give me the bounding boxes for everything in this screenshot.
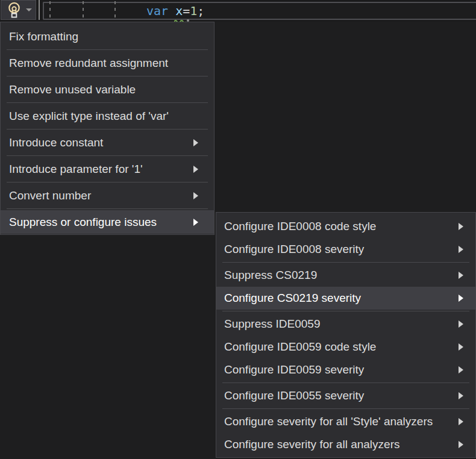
menu-separator [222, 262, 469, 263]
submenu-arrow-icon [193, 192, 198, 199]
lightbulb-icon [7, 2, 22, 18]
current-line-highlight: varx=1; [43, 2, 476, 20]
menu-item-label: Suppress or configure issues [9, 216, 189, 229]
submenu-arrow-icon [193, 139, 198, 146]
code-semicolon: ; [197, 4, 204, 18]
menu-item-label: Configure severity for all analyzers [224, 438, 454, 451]
menu-item-configure-cs0219-severity[interactable]: Configure CS0219 severity [216, 287, 475, 310]
code-number: 1 [190, 4, 197, 18]
submenu-arrow-icon [459, 223, 463, 230]
menu-item-label: Configure CS0219 severity [224, 292, 454, 305]
menu-item-label: Configure IDE0008 code style [224, 220, 454, 233]
menu-separator [222, 408, 469, 409]
submenu-arrow-icon [459, 246, 463, 253]
submenu-arrow-icon [459, 441, 463, 448]
menu-item-label: Configure severity for all 'Style' analy… [224, 415, 454, 428]
menu-item-introduce-parameter-for-1[interactable]: Introduce parameter for '1' [1, 157, 214, 181]
menu-item-label: Configure IDE0059 code style [224, 340, 454, 354]
quick-actions-button[interactable] [1, 0, 36, 20]
menu-item-use-explicit-type-instead-of-var[interactable]: Use explicit type instead of 'var' [1, 104, 214, 128]
submenu-arrow-icon [459, 272, 463, 279]
menu-separator [7, 129, 208, 130]
chevron-down-icon[interactable] [26, 8, 32, 11]
menu-item-configure-severity-for-all-analyzers[interactable]: Configure severity for all analyzers [216, 433, 475, 456]
menu-item-suppress-ide0059[interactable]: Suppress IDE0059 [216, 313, 475, 336]
menu-separator [222, 382, 469, 383]
menu-item-label: Remove redundant assignment [9, 57, 198, 70]
menu-item-configure-ide0055-severity[interactable]: Configure IDE0055 severity [216, 384, 475, 407]
indent-guide-icon [83, 1, 84, 21]
menu-separator [7, 182, 208, 183]
suppress-configure-submenu: Configure IDE0008 code style Configure I… [216, 212, 476, 458]
code-keyword: var [146, 4, 168, 18]
menu-item-fix-formatting[interactable]: Fix formatting [1, 25, 214, 48]
menu-item-label: Introduce constant [9, 136, 189, 149]
menu-item-suppress-or-configure-issues[interactable]: Suppress or configure issues [1, 210, 214, 234]
menu-item-configure-severity-for-all-style-analyzers[interactable]: Configure severity for all 'Style' analy… [216, 410, 475, 433]
menu-item-configure-ide0059-severity[interactable]: Configure IDE0059 severity [216, 358, 475, 381]
submenu-arrow-icon [459, 392, 463, 399]
code-line[interactable]: varx=1; [146, 4, 204, 18]
submenu-arrow-icon [193, 219, 198, 226]
code-operator: = [183, 4, 190, 18]
menu-item-introduce-constant[interactable]: Introduce constant [1, 131, 214, 154]
menu-item-label: Configure IDE0059 severity [224, 363, 454, 376]
menu-separator [7, 155, 208, 156]
menu-item-remove-redundant-assignment[interactable]: Remove redundant assignment [1, 51, 214, 75]
menu-item-label: Introduce parameter for '1' [9, 163, 189, 176]
submenu-arrow-icon [459, 343, 463, 351]
menu-item-label: Suppress CS0219 [224, 269, 454, 282]
vs-editor-screenshot: { "editor": { "code": { "keyword": "var"… [0, 0, 476, 459]
submenu-arrow-icon [459, 295, 463, 302]
menu-item-configure-ide0008-code-style[interactable]: Configure IDE0008 code style [216, 215, 475, 238]
menu-item-label: Configure IDE0055 severity [224, 389, 454, 402]
menu-item-label: Convert number [9, 189, 189, 202]
menu-item-configure-ide0008-severity[interactable]: Configure IDE0008 severity [216, 238, 475, 261]
quick-actions-menu: Fix formatting Remove redundant assignme… [0, 22, 215, 235]
indent-guide-icon [49, 1, 51, 21]
submenu-arrow-icon [459, 418, 463, 425]
menu-separator [7, 76, 208, 76]
code-variable: x [175, 4, 183, 18]
menu-item-label: Use explicit type instead of 'var' [9, 110, 198, 123]
submenu-arrow-icon [459, 320, 463, 328]
menu-item-suppress-cs0219[interactable]: Suppress CS0219 [216, 264, 475, 287]
menu-item-convert-number[interactable]: Convert number [1, 184, 214, 207]
editor-top-strip: varx=1; [0, 0, 476, 22]
menu-item-configure-ide0059-code-style[interactable]: Configure IDE0059 code style [216, 336, 475, 358]
menu-item-label: Fix formatting [9, 30, 198, 43]
menu-separator [7, 208, 208, 209]
menu-separator [7, 49, 208, 50]
menu-item-label: Remove unused variable [9, 83, 198, 96]
menu-separator [222, 311, 469, 311]
submenu-arrow-icon [193, 166, 198, 173]
menu-item-label: Suppress IDE0059 [224, 317, 454, 331]
menu-separator [7, 102, 208, 103]
indent-guide-icon [114, 1, 116, 21]
menu-item-remove-unused-variable[interactable]: Remove unused variable [1, 78, 214, 101]
editor-margin-divider [39, 0, 40, 20]
submenu-arrow-icon [459, 366, 463, 373]
menu-item-label: Configure IDE0008 severity [224, 243, 454, 256]
